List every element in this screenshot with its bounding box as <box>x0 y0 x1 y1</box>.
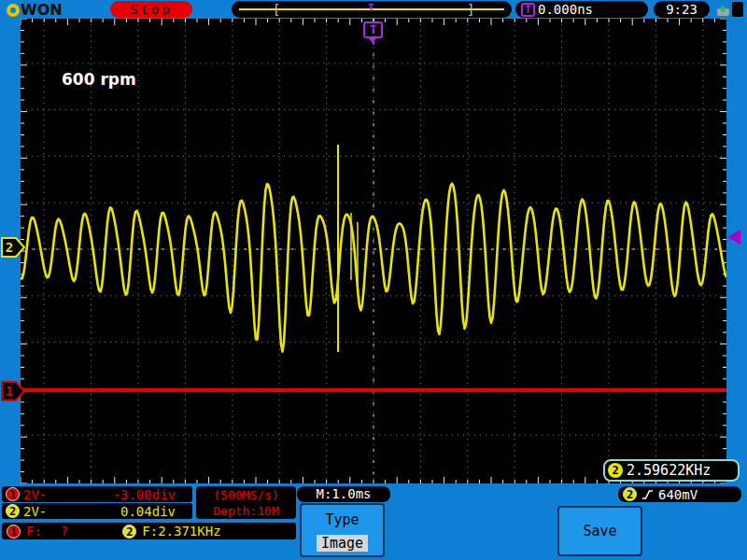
window-left-bracket: [ <box>273 1 280 18</box>
trigger-time-value: 0.000ns <box>538 1 593 18</box>
save-button[interactable]: Save <box>557 506 642 556</box>
trigger-level-readout: 2 640mV <box>618 486 741 502</box>
channel2-position-marker[interactable]: 2 <box>1 236 26 259</box>
channel1-position: -3.00div <box>113 487 189 502</box>
channel1-position-marker[interactable]: 1 <box>1 380 26 402</box>
trigger-t-icon: T <box>521 3 535 17</box>
frequency-counter-value: 2.59622KHz <box>627 462 711 479</box>
window-right-bracket: ] <box>467 1 474 18</box>
logo-text: WON <box>21 1 63 19</box>
run-state-button[interactable]: Stop <box>110 1 192 18</box>
trigger-level-value: 640mV <box>658 487 698 502</box>
channel2-scale-readout: 2 2V- 0.04div <box>2 503 192 519</box>
sample-rate: (500MS/s) <box>196 487 296 503</box>
memory-depth: Depth:10M <box>196 503 296 519</box>
channel1-freq-label: F: <box>26 524 42 539</box>
type-menu-button[interactable]: Type Image <box>300 503 385 557</box>
channel2-badge: 2 <box>623 487 637 501</box>
logo-o-icon <box>7 4 20 17</box>
usb-device-icon <box>715 3 730 17</box>
svg-text:2: 2 <box>6 240 13 255</box>
channel2-scale: 2V- <box>23 504 47 519</box>
channel1-scale-readout: 1 2V- -3.00div <box>2 486 192 502</box>
svg-text:1: 1 <box>6 384 13 399</box>
channel2-freq-value: F:2.371KHz <box>142 524 220 539</box>
rising-edge-icon <box>641 488 654 500</box>
trigger-position-tee: T <box>368 0 374 17</box>
channel2-badge: 2 <box>122 525 136 539</box>
trigger-position-bar[interactable]: [ ] T <box>232 1 512 18</box>
annotation-label: 600 rpm <box>62 70 136 89</box>
type-label: Type <box>302 511 383 528</box>
channel2-badge: 2 <box>608 463 623 478</box>
channel1-badge: 1 <box>7 525 21 539</box>
channel2-position: 0.04div <box>120 504 189 519</box>
graticule: 600 rpm T 2 2.59622KHz <box>21 19 726 483</box>
frequency-readouts: 1 F: ? 2 F:2.371KHz <box>2 523 296 539</box>
timebase-readout: M:1.0ms <box>297 486 390 502</box>
channel1-freq-value: ? <box>61 524 68 539</box>
channel2-badge: 2 <box>6 504 20 518</box>
owon-logo: WON <box>7 1 63 19</box>
clock: 9:23 <box>654 1 710 18</box>
channel1-badge: 1 <box>6 487 20 501</box>
battery-icon <box>732 2 743 17</box>
trigger-level-arrow[interactable] <box>727 230 740 245</box>
acquisition-readout: (500MS/s) Depth:10M <box>196 486 296 519</box>
channel1-scale: 2V- <box>23 487 47 502</box>
type-value-selected: Image <box>317 535 368 552</box>
frequency-counter-badge: 2 2.59622KHz <box>603 459 740 482</box>
trigger-position-marker[interactable]: T <box>363 21 383 38</box>
trigger-time-readout: T 0.000ns <box>515 1 648 18</box>
